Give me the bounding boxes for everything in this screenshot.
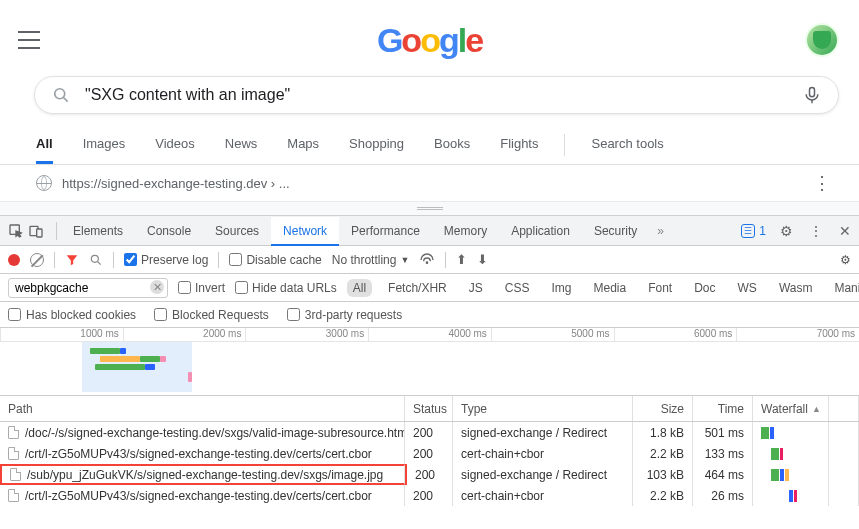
tab-videos[interactable]: Videos [155,126,195,164]
invert-checkbox[interactable]: Invert [178,281,225,295]
type-css[interactable]: CSS [499,279,536,297]
document-icon [8,426,19,439]
filter-bar: ✕ Invert Hide data URLs All Fetch/XHR JS… [0,274,859,302]
type-manifest[interactable]: Manifest [828,279,859,297]
globe-icon [36,175,52,191]
svg-line-8 [98,261,101,264]
timeline-tick: 6000 ms [614,328,737,341]
search-toggle-icon[interactable] [89,253,103,267]
search-icon [51,85,71,105]
network-conditions-icon[interactable] [419,252,435,268]
issues-icon: ☰ [741,224,755,238]
type-wasm[interactable]: Wasm [773,279,819,297]
filter-bar-2: Has blocked cookies Blocked Requests 3rd… [0,302,859,328]
close-devtools-icon[interactable]: ✕ [831,223,859,239]
row-type: signed-exchange / Redirect [453,464,633,485]
thirdparty-checkbox[interactable]: 3rd-party requests [287,308,402,322]
type-js[interactable]: JS [463,279,489,297]
timeline-tick: 3000 ms [245,328,368,341]
throttling-select[interactable]: No throttling▼ [332,253,410,267]
network-toolbar: Preserve log Disable cache No throttling… [0,246,859,274]
clear-filter-icon[interactable]: ✕ [150,280,164,294]
hide-data-urls-checkbox[interactable]: Hide data URLs [235,281,337,295]
search-input[interactable] [85,86,802,104]
settings-icon[interactable]: ⚙ [772,223,801,239]
search-box [34,76,839,114]
timeline-overview[interactable]: 1000 ms2000 ms3000 ms4000 ms5000 ms6000 … [0,328,859,396]
devtools-menu-icon[interactable]: ⋮ [801,223,831,239]
panel-memory[interactable]: Memory [432,217,499,245]
type-media[interactable]: Media [587,279,632,297]
tab-flights[interactable]: Flights [500,126,538,164]
tab-shopping[interactable]: Shopping [349,126,404,164]
tab-all[interactable]: All [36,126,53,164]
more-panels-icon[interactable]: » [649,224,672,238]
tab-search-tools[interactable]: Search tools [591,126,663,164]
import-icon[interactable]: ⬆ [456,252,467,267]
panel-elements[interactable]: Elements [61,217,135,245]
col-path[interactable]: Path [0,396,405,421]
row-waterfall [753,443,829,464]
type-fetch[interactable]: Fetch/XHR [382,279,453,297]
disable-cache-checkbox[interactable]: Disable cache [229,253,321,267]
row-time: 501 ms [693,422,753,443]
col-type[interactable]: Type [453,396,633,421]
type-ws[interactable]: WS [732,279,763,297]
col-time[interactable]: Time [693,396,753,421]
tab-books[interactable]: Books [434,126,470,164]
filter-input[interactable] [8,278,168,298]
table-row[interactable]: /sub/ypu_jZuGukVK/s/signed-exchange-test… [0,464,859,485]
tab-maps[interactable]: Maps [287,126,319,164]
table-row[interactable]: /crt/l-zG5oMUPv43/s/signed-exchange-test… [0,485,859,506]
panel-network[interactable]: Network [271,217,339,246]
panel-performance[interactable]: Performance [339,217,432,245]
inspect-icon[interactable] [8,223,24,239]
panel-application[interactable]: Application [499,217,582,245]
invert-label: Invert [195,281,225,295]
col-status[interactable]: Status [405,396,453,421]
tab-images[interactable]: Images [83,126,126,164]
row-waterfall [753,422,829,443]
col-waterfall[interactable]: Waterfall▲ [753,396,829,421]
row-type: signed-exchange / Redirect [453,422,633,443]
hamburger-menu[interactable] [18,31,40,49]
preserve-log-checkbox[interactable]: Preserve log [124,253,208,267]
type-all[interactable]: All [347,279,372,297]
row-time: 133 ms [693,443,753,464]
search-tabs: All Images Videos News Maps Shopping Boo… [0,124,859,165]
record-button[interactable] [8,254,20,266]
panel-console[interactable]: Console [135,217,203,245]
google-logo[interactable]: Google [355,14,505,66]
export-icon[interactable]: ⬇ [477,252,488,267]
hide-urls-label: Hide data URLs [252,281,337,295]
blocked-requests-checkbox[interactable]: Blocked Requests [154,308,269,322]
mic-icon[interactable] [802,85,822,105]
row-status: 200 [405,485,453,506]
devtools-drag-handle[interactable] [0,202,859,216]
tab-news[interactable]: News [225,126,258,164]
device-toggle-icon[interactable] [28,223,44,239]
type-img[interactable]: Img [545,279,577,297]
row-waterfall [753,485,829,506]
clear-button[interactable] [30,253,44,267]
type-doc[interactable]: Doc [688,279,721,297]
filter-toggle-icon[interactable] [65,253,79,267]
blocked-cookies-checkbox[interactable]: Has blocked cookies [8,308,136,322]
issues-button[interactable]: ☰1 [735,224,772,238]
panel-sources[interactable]: Sources [203,217,271,245]
table-row[interactable]: /doc/-/s/signed-exchange-testing.dev/sxg… [0,422,859,443]
more-icon[interactable]: ⋮ [813,172,831,194]
table-row[interactable]: /crt/l-zG5oMUPv43/s/signed-exchange-test… [0,443,859,464]
timeline-tick: 1000 ms [0,328,123,341]
svg-rect-6 [37,229,42,237]
row-status: 200 [405,443,453,464]
timeline-tick: 4000 ms [368,328,491,341]
throttling-label: No throttling [332,253,397,267]
col-size[interactable]: Size [633,396,693,421]
panel-security[interactable]: Security [582,217,649,245]
avatar[interactable] [805,23,839,57]
search-result[interactable]: https://signed-exchange-testing.dev › ..… [0,165,859,202]
issues-count: 1 [759,224,766,238]
network-settings-icon[interactable]: ⚙ [840,253,851,267]
type-font[interactable]: Font [642,279,678,297]
